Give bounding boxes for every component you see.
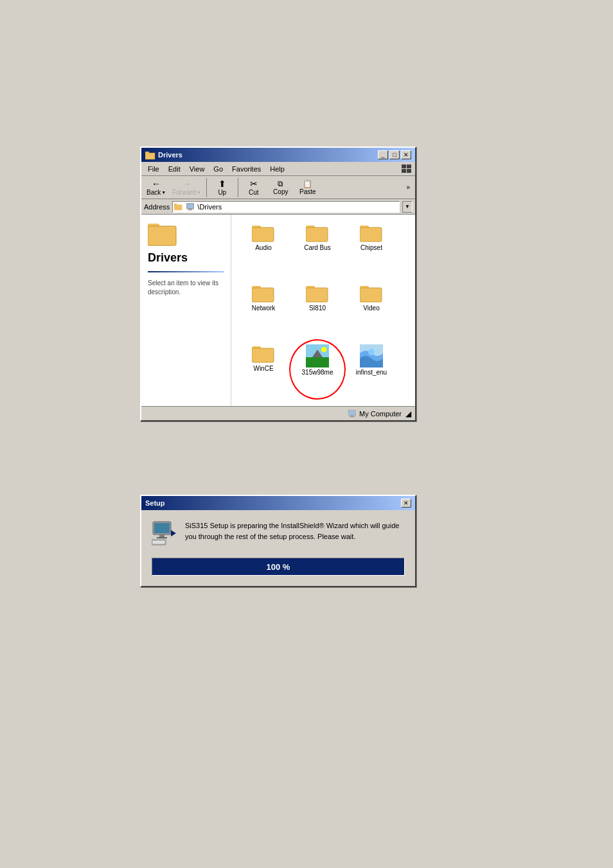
menu-view[interactable]: View [186, 164, 209, 174]
folder-icon [306, 224, 329, 243]
cut-label: Cut [249, 189, 259, 196]
status-bar: My Computer ◢ [141, 406, 415, 420]
address-folder-icon [174, 202, 183, 211]
list-item[interactable]: Chipset [346, 221, 397, 279]
folder-divider [148, 271, 224, 272]
svg-rect-44 [157, 537, 167, 538]
address-bar: Address \Drivers ▼ [141, 199, 415, 215]
svg-marker-47 [171, 530, 176, 536]
forward-arrow-icon: → [182, 179, 191, 189]
copy-label: Copy [273, 188, 288, 195]
setup-message: SiS315 Setup is preparing the InstallShi… [185, 520, 405, 542]
svg-rect-6 [189, 208, 192, 209]
folder-icon [252, 344, 275, 364]
up-button[interactable]: ⬆ Up [209, 177, 235, 197]
forward-button[interactable]: → Forward ▼ [170, 177, 204, 197]
menu-help[interactable]: Help [266, 164, 289, 174]
progress-bar-outer: 100 % [152, 558, 405, 576]
file-name: SI810 [309, 305, 326, 312]
copy-button[interactable]: ⧉ Copy [268, 178, 294, 197]
address-dropdown-button[interactable]: ▼ [402, 201, 413, 213]
paste-icon: 📋 [303, 179, 312, 188]
address-computer-icon [186, 202, 195, 211]
menu-edit[interactable]: Edit [164, 164, 184, 174]
status-my-computer: My Computer [359, 410, 402, 418]
svg-rect-12 [252, 226, 261, 231]
svg-rect-43 [159, 535, 164, 537]
list-item[interactable]: Network [238, 281, 289, 339]
svg-rect-30 [252, 346, 261, 351]
title-bar-left: Drivers [145, 150, 182, 160]
address-input[interactable]: \Drivers [172, 201, 400, 213]
file-name: Video [363, 305, 379, 312]
menu-file[interactable]: File [144, 164, 163, 174]
folder-icon [360, 224, 383, 243]
content-area: Drivers Select an item to view its descr… [141, 215, 415, 406]
exe-icon [306, 344, 329, 368]
file-name: Chipset [360, 244, 382, 251]
up-icon: ⬆ [218, 179, 226, 189]
back-label: Back [147, 189, 161, 196]
cut-button[interactable]: ✂ Cut [241, 177, 267, 197]
close-button[interactable]: ✕ [401, 150, 411, 159]
menu-go[interactable]: Go [209, 164, 227, 174]
panel-description: Select an item to view its description. [148, 279, 224, 297]
list-item[interactable]: Audio [238, 221, 289, 279]
setup-title: Setup [145, 499, 165, 507]
view-toggle-icon[interactable] [400, 163, 413, 174]
file-name: WinCE [253, 365, 273, 372]
paste-button[interactable]: 📋 Paste [295, 178, 321, 197]
toolbar-more[interactable]: » [404, 182, 413, 192]
resize-handle-icon[interactable]: ◢ [405, 409, 411, 418]
list-item[interactable]: Card Bus [292, 221, 343, 279]
toolbar-separator-1 [206, 178, 207, 197]
menu-favorites[interactable]: Favorites [228, 164, 265, 174]
svg-rect-24 [306, 286, 315, 291]
file-name: Card Bus [304, 244, 331, 251]
setup-computer-icon [152, 520, 177, 546]
back-button[interactable]: ← Back ▼ [144, 177, 168, 197]
big-folder-icon [148, 221, 179, 247]
exe-icon-2 [360, 344, 383, 368]
list-item[interactable]: infinst_enu [346, 342, 397, 400]
folder-icon [252, 224, 275, 243]
back-dropdown-icon: ▼ [161, 190, 166, 195]
svg-rect-5 [187, 203, 194, 208]
left-panel: Drivers Select an item to view its descr… [141, 215, 231, 406]
setup-close-button[interactable]: ✕ [401, 499, 411, 508]
svg-rect-7 [188, 209, 193, 210]
file-name: infinst_enu [356, 369, 387, 376]
setup-content: SiS315 Setup is preparing the InstallShi… [141, 510, 415, 558]
svg-rect-39 [350, 415, 353, 416]
copy-icon: ⧉ [278, 179, 283, 188]
list-item[interactable]: Video [346, 281, 397, 339]
title-buttons: _ □ ✕ [378, 150, 411, 159]
title-bar: Drivers _ □ ✕ [141, 148, 415, 162]
menu-bar: File Edit View Go Favorites Help [141, 162, 415, 176]
up-label: Up [218, 189, 226, 196]
forward-label: Forward [172, 189, 196, 196]
file-name: Audio [255, 244, 272, 251]
toolbar-separator-2 [238, 178, 238, 197]
progress-section: 100 % [141, 558, 415, 586]
forward-dropdown-icon: ▼ [197, 190, 201, 195]
address-value: \Drivers [197, 203, 222, 211]
setup-icon-area [152, 520, 177, 547]
list-item[interactable]: WinCE [238, 342, 289, 400]
svg-rect-42 [154, 523, 170, 533]
svg-rect-15 [306, 226, 315, 231]
svg-point-37 [368, 349, 375, 355]
maximize-button[interactable]: □ [389, 150, 400, 159]
progress-bar-inner: 100 % [152, 558, 404, 575]
list-item[interactable]: SI810 [292, 281, 343, 339]
status-text: My Computer [348, 409, 402, 418]
folder-icon [360, 284, 383, 303]
list-item[interactable]: 315w98me [292, 342, 343, 400]
drivers-window: Drivers _ □ ✕ File Edit View Go Favorite… [140, 146, 416, 421]
svg-point-35 [321, 347, 326, 352]
file-grid: Audio Card Bus Chipset [231, 215, 415, 406]
file-name: 315w98me [302, 369, 333, 376]
status-computer-icon [348, 409, 357, 418]
svg-rect-33 [306, 357, 329, 368]
minimize-button[interactable]: _ [378, 150, 388, 159]
